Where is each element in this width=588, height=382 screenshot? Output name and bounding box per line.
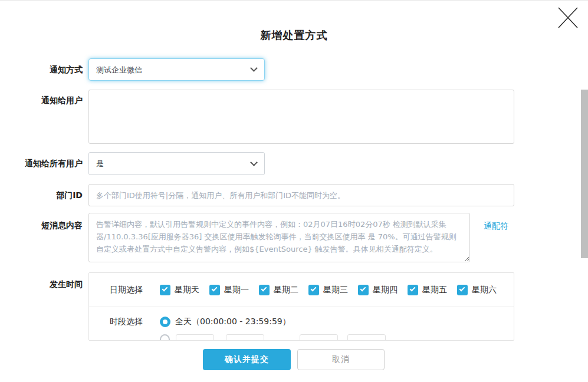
day-checkbox-sunday[interactable]: 星期天 <box>160 285 199 295</box>
day-checkbox-tuesday[interactable]: 星期二 <box>259 285 298 295</box>
day-checkbox-monday[interactable]: 星期一 <box>209 285 249 295</box>
checkbox-checked-icon <box>457 285 468 295</box>
checkbox-checked-icon <box>408 285 418 295</box>
notify-all-users-label: 通知给所有用户 <box>0 152 83 175</box>
day-checkbox-thursday[interactable]: 星期四 <box>358 285 398 295</box>
checkbox-checked-icon <box>259 285 270 295</box>
custom-period-end-hour-input[interactable] <box>300 334 338 341</box>
day-checkbox-group: 星期天 星期一 星期二 星期三 <box>160 285 497 295</box>
add-disposal-method-dialog: 新增处置方式 通知方式 测试企业微信 通知给用户 通知给所有用户 是 部门ID <box>0 0 588 382</box>
notify-users-textarea[interactable] <box>88 90 514 144</box>
notify-method-label: 通知方式 <box>0 58 83 81</box>
day-checkbox-saturday[interactable]: 星期六 <box>457 285 497 295</box>
notify-users-label: 通知给用户 <box>0 90 83 146</box>
custom-period-end-minute-input[interactable] <box>347 334 386 341</box>
all-day-radio-option[interactable]: 全天（00:00:00 - 23:59:59） <box>160 317 291 327</box>
date-select-row: 日期选择 星期天 星期一 星期二 <box>89 273 514 307</box>
close-icon <box>557 6 579 29</box>
sms-content-textarea[interactable] <box>88 213 470 262</box>
dialog-title: 新增处置方式 <box>0 28 588 42</box>
day-checkbox-wednesday[interactable]: 星期三 <box>308 285 348 295</box>
confirm-submit-button[interactable]: 确认并提交 <box>203 349 291 370</box>
day-checkbox-friday[interactable]: 星期五 <box>408 285 447 295</box>
custom-period-row <box>89 334 514 341</box>
checkbox-checked-icon <box>308 285 319 295</box>
date-select-label: 日期选择 <box>110 285 160 295</box>
department-id-input[interactable] <box>88 184 514 206</box>
custom-period-start-minute-input[interactable] <box>226 334 264 341</box>
cancel-button[interactable]: 取消 <box>297 349 385 370</box>
occurrence-time-box: 日期选择 星期天 星期一 星期二 <box>88 272 514 341</box>
checkbox-checked-icon <box>160 285 170 295</box>
all-day-option-label: 全天（00:00:00 - 23:59:59） <box>175 317 291 327</box>
top-divider <box>0 0 588 1</box>
department-id-label: 部门ID <box>0 184 83 206</box>
notify-all-users-select[interactable]: 是 <box>88 152 265 175</box>
radio-selected-icon <box>160 317 170 327</box>
occurrence-time-label: 发生时间 <box>0 272 83 341</box>
checkbox-checked-icon <box>209 285 220 295</box>
period-select-row: 时段选择 全天（00:00:00 - 23:59:59） <box>89 307 514 327</box>
checkbox-checked-icon <box>358 285 369 295</box>
wildcard-link[interactable]: 通配符 <box>484 221 508 232</box>
close-button[interactable] <box>557 6 579 29</box>
period-select-label: 时段选择 <box>110 317 160 327</box>
radio-unselected-icon[interactable] <box>160 334 170 341</box>
notify-method-select[interactable]: 测试企业微信 <box>88 58 265 81</box>
scrollbar-thumb[interactable] <box>581 90 588 258</box>
sms-content-label: 短消息内容 <box>0 213 83 265</box>
custom-period-start-hour-input[interactable] <box>176 334 214 341</box>
